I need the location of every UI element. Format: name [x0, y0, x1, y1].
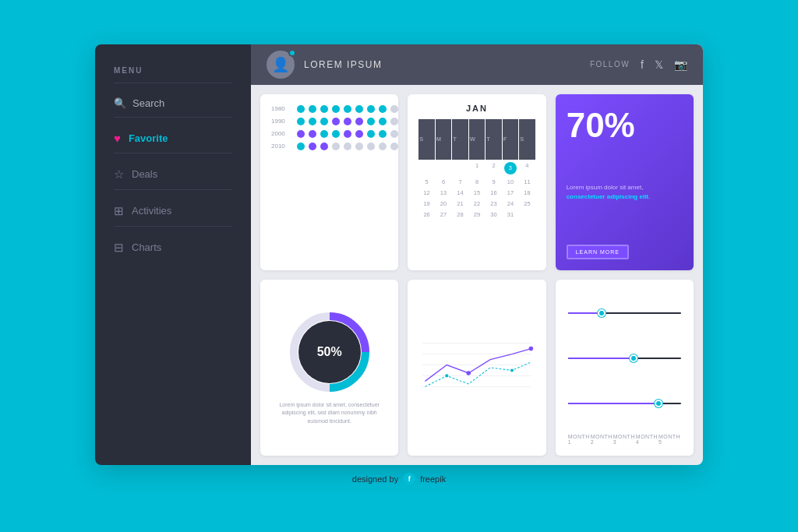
cal-day: 29 [469, 210, 485, 220]
dot [332, 143, 340, 150]
dot [344, 118, 351, 125]
donut-chart: 50% [287, 309, 373, 395]
dot [367, 105, 375, 113]
sidebar-item-favorite[interactable]: ♥ Favorite [95, 124, 251, 153]
cal-day: 15 [469, 188, 485, 198]
dot [390, 118, 398, 125]
slider-fill-2 [568, 358, 634, 359]
donut-text: Lorem ipsum dolor sit amet, consectetuer… [271, 401, 387, 426]
slider-dot-2[interactable] [630, 354, 637, 362]
svg-point-12 [510, 368, 514, 372]
month-label-5: MONTH 5 [659, 434, 681, 445]
cal-day: 20 [436, 199, 451, 209]
cal-header-f: F [503, 119, 518, 160]
calendar-grid: S M T W T F S 1 2 3 4 5 [418, 119, 535, 220]
donut-card: 50% Lorem ipsum dolor sit amet, consecte… [260, 280, 398, 456]
dot [367, 118, 375, 125]
dot [344, 143, 351, 150]
dot [355, 118, 363, 125]
sidebar-item-charts[interactable]: ⊟ Charts [95, 233, 251, 262]
cal-day: 8 [469, 177, 485, 187]
dot [379, 118, 387, 125]
cal-header-w: W [469, 119, 485, 160]
dot [355, 143, 363, 150]
slider-dot-1[interactable] [598, 309, 606, 317]
year-2010: 2010 [271, 143, 293, 150]
sidebar-item-deals[interactable]: ☆ Deals [95, 160, 251, 189]
learn-more-button[interactable]: LEARN MORE [567, 245, 629, 259]
facebook-icon[interactable]: f [641, 58, 644, 71]
cal-day: 30 [486, 210, 501, 220]
cal-day: 6 [436, 177, 451, 187]
twitter-icon[interactable]: 𝕏 [655, 58, 663, 71]
cal-header-s: S [418, 119, 434, 160]
dot [320, 143, 328, 150]
cal-day: 25 [519, 199, 535, 209]
promo-percent: 70% [567, 108, 683, 143]
slider-track-2 [568, 358, 681, 359]
dot-row-1980: 1980 [271, 105, 387, 113]
cal-day [436, 160, 451, 176]
cal-day: 12 [418, 188, 434, 198]
divider-1 [114, 117, 232, 118]
follow-label: FOLLOW [590, 60, 630, 69]
charts-label: Charts [132, 241, 161, 253]
promo-card: 70% Lorem ipsum dolor sit amet,consectet… [556, 94, 694, 270]
dot-row-2000: 2000 [271, 130, 387, 138]
cal-day: 22 [469, 199, 485, 209]
search-item[interactable]: 🔍 Search [95, 90, 251, 117]
slider-row-2 [568, 358, 681, 359]
avatar-icon: 👤 [272, 56, 289, 73]
dot [355, 130, 363, 138]
year-1980: 1980 [271, 105, 293, 112]
dot [297, 118, 305, 125]
calendar-card: JAN S M T W T F S 1 2 3 [408, 94, 546, 270]
dot [332, 118, 340, 125]
year-2000: 2000 [271, 130, 293, 137]
deals-icon: ☆ [114, 167, 124, 181]
instagram-icon[interactable]: 📷 [674, 58, 687, 71]
dot [309, 130, 316, 138]
cal-day: 26 [418, 210, 434, 220]
dashboard: MENU 🔍 Search ♥ Favorite ☆ Deals ⊞ Activ… [95, 44, 703, 465]
dashboard-grid: 1980 1990 [251, 85, 703, 465]
avatar-badge [288, 49, 296, 57]
cal-day: 10 [503, 177, 518, 187]
cal-day: 5 [418, 177, 434, 187]
calendar-month: JAN [418, 104, 535, 113]
freepik-logo-icon: f [403, 473, 415, 485]
dot [344, 105, 351, 113]
sidebar-item-activities[interactable]: ⊞ Activities [95, 196, 251, 226]
activities-icon: ⊞ [114, 204, 124, 218]
dot [332, 130, 340, 138]
cal-day: 19 [418, 199, 434, 209]
cal-day: 7 [452, 177, 468, 187]
dot [390, 105, 398, 113]
svg-point-11 [446, 374, 449, 377]
cal-day: 1 [469, 160, 485, 176]
footer-text: designed by [352, 474, 398, 484]
slider-fill-1 [568, 312, 602, 314]
dot [309, 105, 316, 113]
cal-header-m: M [436, 119, 451, 160]
cal-day: 4 [519, 160, 535, 176]
search-label: Search [132, 97, 164, 109]
dot [367, 143, 375, 150]
slider-dot-3[interactable] [655, 400, 662, 407]
dot [332, 105, 340, 113]
slider-fill-3 [568, 403, 659, 404]
cal-day: 31 [503, 210, 518, 220]
cal-day: 14 [452, 188, 468, 198]
cal-day-highlight[interactable]: 3 [503, 160, 518, 176]
cal-day: 23 [486, 199, 501, 209]
line-chart-svg [417, 289, 536, 446]
dot [309, 118, 316, 125]
cal-day: 11 [519, 177, 535, 187]
month-label-4: MONTH 4 [636, 434, 659, 445]
dot [379, 105, 387, 113]
footer: designed by f freepik [352, 465, 446, 488]
cal-header-s2: S [519, 119, 535, 160]
month-label-3: MONTH 3 [613, 434, 636, 445]
activities-label: Activities [132, 205, 171, 217]
promo-text: Lorem ipsum dolor sit amet,consectetuer … [567, 183, 683, 202]
